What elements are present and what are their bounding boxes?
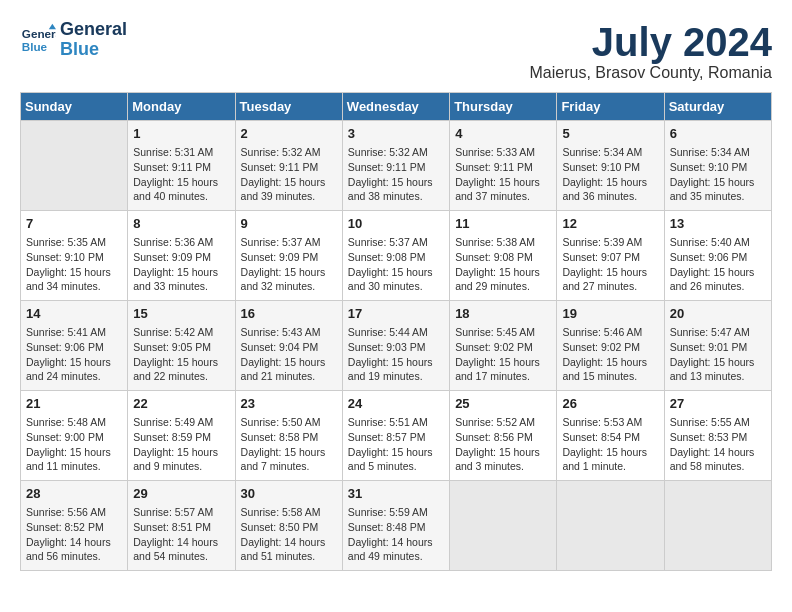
- cell-content-line: and 49 minutes.: [348, 549, 444, 564]
- calendar-cell: 17Sunrise: 5:44 AMSunset: 9:03 PMDayligh…: [342, 301, 449, 391]
- cell-content-line: Daylight: 14 hours: [26, 535, 122, 550]
- calendar-week-row: 14Sunrise: 5:41 AMSunset: 9:06 PMDayligh…: [21, 301, 772, 391]
- cell-content-line: Sunrise: 5:40 AM: [670, 235, 766, 250]
- cell-content-line: Daylight: 14 hours: [348, 535, 444, 550]
- day-number: 3: [348, 125, 444, 143]
- cell-content-line: Daylight: 15 hours: [26, 355, 122, 370]
- cell-content-line: Sunrise: 5:43 AM: [241, 325, 337, 340]
- cell-content-line: Sunrise: 5:52 AM: [455, 415, 551, 430]
- cell-content-line: Sunrise: 5:58 AM: [241, 505, 337, 520]
- day-number: 24: [348, 395, 444, 413]
- cell-content-line: and 26 minutes.: [670, 279, 766, 294]
- cell-content-line: Sunrise: 5:55 AM: [670, 415, 766, 430]
- day-number: 28: [26, 485, 122, 503]
- cell-content-line: Daylight: 15 hours: [562, 265, 658, 280]
- cell-content-line: Daylight: 15 hours: [241, 355, 337, 370]
- cell-content-line: Sunset: 8:58 PM: [241, 430, 337, 445]
- calendar-header-row: SundayMondayTuesdayWednesdayThursdayFrid…: [21, 93, 772, 121]
- calendar-cell: 11Sunrise: 5:38 AMSunset: 9:08 PMDayligh…: [450, 211, 557, 301]
- cell-content-line: Sunset: 9:00 PM: [26, 430, 122, 445]
- cell-content-line: and 34 minutes.: [26, 279, 122, 294]
- calendar-cell: 28Sunrise: 5:56 AMSunset: 8:52 PMDayligh…: [21, 481, 128, 571]
- cell-content-line: and 17 minutes.: [455, 369, 551, 384]
- day-number: 22: [133, 395, 229, 413]
- day-number: 16: [241, 305, 337, 323]
- calendar-cell: 24Sunrise: 5:51 AMSunset: 8:57 PMDayligh…: [342, 391, 449, 481]
- cell-content-line: Daylight: 15 hours: [348, 265, 444, 280]
- cell-content-line: Sunset: 9:11 PM: [348, 160, 444, 175]
- cell-content-line: and 54 minutes.: [133, 549, 229, 564]
- day-header-saturday: Saturday: [664, 93, 771, 121]
- calendar-cell: 18Sunrise: 5:45 AMSunset: 9:02 PMDayligh…: [450, 301, 557, 391]
- cell-content-line: and 36 minutes.: [562, 189, 658, 204]
- cell-content-line: Sunrise: 5:36 AM: [133, 235, 229, 250]
- cell-content-line: Sunset: 9:11 PM: [133, 160, 229, 175]
- cell-content-line: and 39 minutes.: [241, 189, 337, 204]
- cell-content-line: and 33 minutes.: [133, 279, 229, 294]
- cell-content-line: and 11 minutes.: [26, 459, 122, 474]
- cell-content-line: Sunset: 8:48 PM: [348, 520, 444, 535]
- day-number: 8: [133, 215, 229, 233]
- day-header-wednesday: Wednesday: [342, 93, 449, 121]
- cell-content-line: Sunset: 8:53 PM: [670, 430, 766, 445]
- cell-content-line: Daylight: 15 hours: [133, 175, 229, 190]
- cell-content-line: Sunset: 9:04 PM: [241, 340, 337, 355]
- calendar-cell: 25Sunrise: 5:52 AMSunset: 8:56 PMDayligh…: [450, 391, 557, 481]
- cell-content-line: and 27 minutes.: [562, 279, 658, 294]
- logo: General Blue General Blue: [20, 20, 127, 60]
- cell-content-line: Sunset: 9:02 PM: [455, 340, 551, 355]
- cell-content-line: Daylight: 14 hours: [133, 535, 229, 550]
- cell-content-line: and 30 minutes.: [348, 279, 444, 294]
- cell-content-line: Sunrise: 5:50 AM: [241, 415, 337, 430]
- cell-content-line: and 5 minutes.: [348, 459, 444, 474]
- cell-content-line: Sunrise: 5:44 AM: [348, 325, 444, 340]
- calendar-cell: [450, 481, 557, 571]
- calendar-cell: 5Sunrise: 5:34 AMSunset: 9:10 PMDaylight…: [557, 121, 664, 211]
- cell-content-line: Sunset: 9:07 PM: [562, 250, 658, 265]
- cell-content-line: Daylight: 15 hours: [455, 355, 551, 370]
- cell-content-line: Daylight: 15 hours: [241, 175, 337, 190]
- location-title: Maierus, Brasov County, Romania: [530, 64, 772, 82]
- cell-content-line: Sunset: 8:50 PM: [241, 520, 337, 535]
- calendar-cell: [21, 121, 128, 211]
- cell-content-line: Sunrise: 5:51 AM: [348, 415, 444, 430]
- calendar-cell: 22Sunrise: 5:49 AMSunset: 8:59 PMDayligh…: [128, 391, 235, 481]
- cell-content-line: Daylight: 15 hours: [670, 355, 766, 370]
- calendar-week-row: 28Sunrise: 5:56 AMSunset: 8:52 PMDayligh…: [21, 481, 772, 571]
- cell-content-line: Daylight: 15 hours: [133, 355, 229, 370]
- cell-content-line: Sunrise: 5:33 AM: [455, 145, 551, 160]
- calendar-cell: 31Sunrise: 5:59 AMSunset: 8:48 PMDayligh…: [342, 481, 449, 571]
- cell-content-line: Daylight: 15 hours: [670, 175, 766, 190]
- cell-content-line: Daylight: 15 hours: [562, 445, 658, 460]
- calendar-cell: 6Sunrise: 5:34 AMSunset: 9:10 PMDaylight…: [664, 121, 771, 211]
- cell-content-line: Sunset: 9:11 PM: [241, 160, 337, 175]
- cell-content-line: Sunset: 8:52 PM: [26, 520, 122, 535]
- cell-content-line: Sunrise: 5:49 AM: [133, 415, 229, 430]
- cell-content-line: Sunrise: 5:48 AM: [26, 415, 122, 430]
- cell-content-line: Sunrise: 5:37 AM: [241, 235, 337, 250]
- day-number: 1: [133, 125, 229, 143]
- calendar-week-row: 21Sunrise: 5:48 AMSunset: 9:00 PMDayligh…: [21, 391, 772, 481]
- calendar-cell: [664, 481, 771, 571]
- cell-content-line: and 24 minutes.: [26, 369, 122, 384]
- day-number: 10: [348, 215, 444, 233]
- calendar-cell: 19Sunrise: 5:46 AMSunset: 9:02 PMDayligh…: [557, 301, 664, 391]
- cell-content-line: and 9 minutes.: [133, 459, 229, 474]
- calendar-cell: 4Sunrise: 5:33 AMSunset: 9:11 PMDaylight…: [450, 121, 557, 211]
- cell-content-line: Daylight: 14 hours: [241, 535, 337, 550]
- cell-content-line: and 1 minute.: [562, 459, 658, 474]
- cell-content-line: Sunset: 9:06 PM: [26, 340, 122, 355]
- cell-content-line: Sunrise: 5:31 AM: [133, 145, 229, 160]
- cell-content-line: and 56 minutes.: [26, 549, 122, 564]
- cell-content-line: Daylight: 15 hours: [562, 355, 658, 370]
- day-number: 17: [348, 305, 444, 323]
- cell-content-line: Sunset: 9:02 PM: [562, 340, 658, 355]
- cell-content-line: Sunrise: 5:38 AM: [455, 235, 551, 250]
- day-number: 29: [133, 485, 229, 503]
- day-number: 19: [562, 305, 658, 323]
- cell-content-line: and 51 minutes.: [241, 549, 337, 564]
- day-number: 15: [133, 305, 229, 323]
- cell-content-line: Sunrise: 5:41 AM: [26, 325, 122, 340]
- calendar-cell: 12Sunrise: 5:39 AMSunset: 9:07 PMDayligh…: [557, 211, 664, 301]
- day-number: 31: [348, 485, 444, 503]
